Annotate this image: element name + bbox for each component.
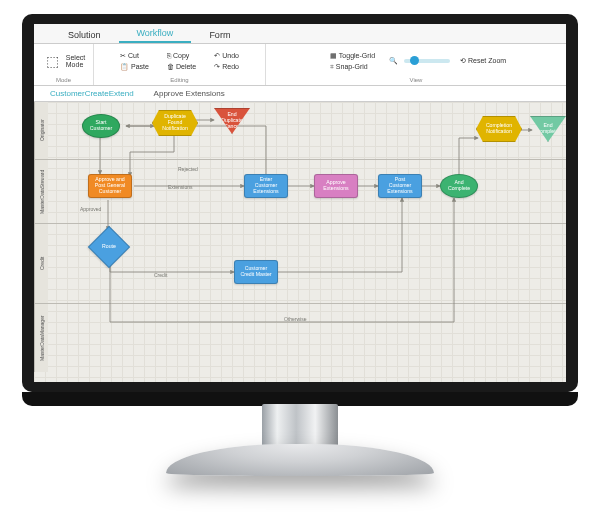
- slider-thumb[interactable]: [410, 56, 419, 65]
- redo-icon: ↷: [214, 63, 220, 70]
- zoom-icon: 🔍: [389, 57, 398, 64]
- monitor-mockup: Solution Workflow Form ⬚ Select Mode Mod…: [0, 0, 600, 512]
- reset-zoom-button[interactable]: ⟲Reset Zoom: [455, 55, 511, 66]
- node-and-complete[interactable]: And Complete: [440, 174, 478, 198]
- toggle-grid-button[interactable]: ▦Toggle-Grid: [325, 50, 380, 61]
- primary-tabs: Solution Workflow Form: [34, 24, 566, 44]
- ribbon-group-editing: ✂Cut 📋Paste ⎘Copy 🗑Delete ↶Undo ↷Redo Ed…: [94, 44, 266, 85]
- node-enter-extensions[interactable]: Enter Customer Extensions: [244, 174, 288, 198]
- tab-form[interactable]: Form: [191, 26, 248, 43]
- edge-credit: Credit: [154, 272, 167, 278]
- undo-button[interactable]: ↶Undo: [209, 50, 244, 61]
- monitor-stand-foot: [166, 444, 434, 476]
- delete-button[interactable]: 🗑Delete: [162, 61, 201, 72]
- node-complete-notif[interactable]: Completion Notification: [476, 116, 522, 142]
- ribbon: ⬚ Select Mode Mode ✂Cut 📋Paste ⎘Copy: [34, 44, 566, 86]
- group-label-view: View: [410, 77, 423, 83]
- slider-track: [404, 59, 450, 63]
- lane-manager: MasterDataManager: [34, 304, 566, 372]
- cut-button[interactable]: ✂Cut: [115, 50, 154, 61]
- snap-icon: ⌗: [330, 63, 334, 70]
- node-start[interactable]: Start Customer: [82, 114, 120, 138]
- scissors-icon: ✂: [120, 52, 126, 59]
- tab-solution[interactable]: Solution: [50, 26, 119, 43]
- group-label-mode: Mode: [56, 77, 71, 83]
- design-tab-main[interactable]: CustomerCreateExtend: [40, 87, 144, 100]
- edge-otherwise: Otherwise: [284, 316, 307, 322]
- zoom-slider[interactable]: 🔍: [384, 55, 455, 66]
- cursor-icon: ⬚: [42, 50, 64, 72]
- edge-extensions: Extensions: [168, 184, 192, 190]
- grid-icon: ▦: [330, 52, 337, 59]
- snap-grid-button[interactable]: ⌗Snap-Grid: [325, 61, 380, 72]
- copy-button[interactable]: ⎘Copy: [162, 50, 201, 61]
- node-dup-found[interactable]: Duplicate Found Notification: [152, 110, 198, 136]
- reset-icon: ⟲: [460, 57, 466, 64]
- ribbon-group-mode: ⬚ Select Mode Mode: [34, 44, 94, 85]
- design-tab-approve[interactable]: Approve Extensions: [144, 87, 235, 100]
- trash-icon: 🗑: [167, 63, 174, 70]
- undo-icon: ↶: [214, 52, 220, 59]
- node-credit-master[interactable]: Customer Credit Master: [234, 260, 278, 284]
- monitor-bezel: Solution Workflow Form ⬚ Select Mode Mod…: [22, 14, 578, 392]
- app-screen: Solution Workflow Form ⬚ Select Mode Mod…: [34, 24, 566, 382]
- edge-rejected: Rejected: [178, 166, 198, 172]
- paste-button[interactable]: 📋Paste: [115, 61, 154, 72]
- node-post-extensions[interactable]: Post Customer Extensions: [378, 174, 422, 198]
- clipboard-icon: 📋: [120, 63, 129, 70]
- group-label-editing: Editing: [170, 77, 188, 83]
- tab-workflow[interactable]: Workflow: [119, 24, 192, 43]
- node-approve-extensions[interactable]: Approve Extensions: [314, 174, 358, 198]
- node-approve-post[interactable]: Approve and Post General Customer: [88, 174, 132, 198]
- edge-approved: Approved: [80, 206, 101, 212]
- copy-icon: ⎘: [167, 52, 171, 59]
- workflow-canvas[interactable]: Originator MasterDataSteward Credit Mast…: [34, 102, 566, 382]
- design-tabs: CustomerCreateExtend Approve Extensions: [34, 86, 566, 102]
- redo-button[interactable]: ↷Redo: [209, 61, 244, 72]
- ribbon-group-view: ▦Toggle-Grid ⌗Snap-Grid 🔍 ⟲Reset Zoom Vi…: [266, 44, 566, 85]
- select-mode-button[interactable]: ⬚ Select Mode: [37, 48, 90, 74]
